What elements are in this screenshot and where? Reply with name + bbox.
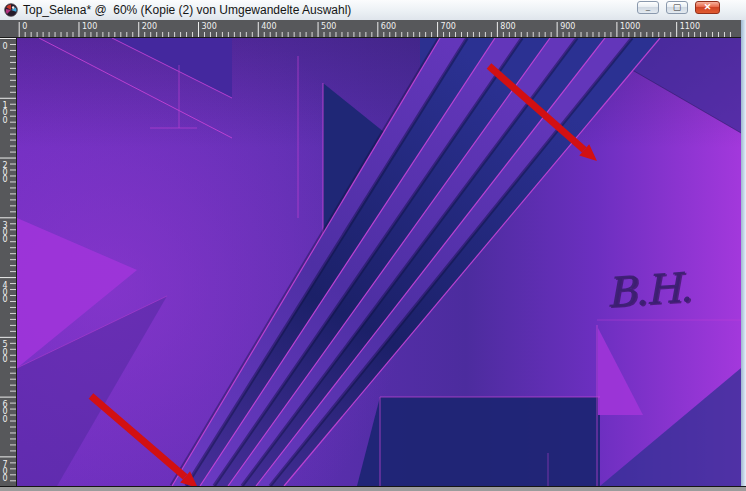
svg-text:0: 0 [3,415,8,424]
svg-text:0: 0 [3,474,8,483]
artwork: B.H.B.H. [17,38,741,486]
horizontal-ruler[interactable]: 010020030040050060070080090010001100 [17,20,741,38]
window-title: Top_Selena* @ 60% (Kopie (2) von Umgewan… [23,3,351,17]
svg-text:B.H.: B.H. [604,263,691,317]
svg-text:0: 0 [3,116,8,125]
minimize-button[interactable]: – [637,1,659,14]
close-button[interactable]: ✕ [695,1,720,14]
signature: B.H.B.H. [604,263,693,318]
svg-text:0: 0 [3,235,8,244]
image-window: Top_Selena* @ 60% (Kopie (2) von Umgewan… [0,0,746,491]
image-canvas[interactable]: B.H.B.H. [17,38,741,486]
svg-text:1000: 1000 [620,22,640,31]
svg-text:500: 500 [321,22,336,31]
svg-text:0: 0 [3,295,8,304]
svg-text:0: 0 [3,355,8,364]
svg-text:600: 600 [381,22,396,31]
svg-text:0: 0 [3,42,8,51]
svg-text:0: 0 [22,22,27,31]
window-bottom-border [0,486,746,491]
svg-text:900: 900 [560,22,575,31]
vertical-ruler[interactable]: 0100200300400500600700 [0,38,17,486]
svg-text:800: 800 [500,22,515,31]
svg-text:400: 400 [261,22,276,31]
svg-text:0: 0 [3,175,8,184]
window-right-border [741,20,746,486]
paintshop-image-icon[interactable] [4,3,18,17]
svg-text:1100: 1100 [680,22,700,31]
titlebar: Top_Selena* @ 60% (Kopie (2) von Umgewan… [0,0,746,20]
svg-text:700: 700 [441,22,456,31]
svg-text:300: 300 [202,22,217,31]
svg-text:100: 100 [82,22,97,31]
window-controls: – ▢ ✕ [637,1,720,14]
svg-text:200: 200 [142,22,157,31]
maximize-button[interactable]: ▢ [666,1,688,14]
ruler-corner-box [0,20,17,38]
